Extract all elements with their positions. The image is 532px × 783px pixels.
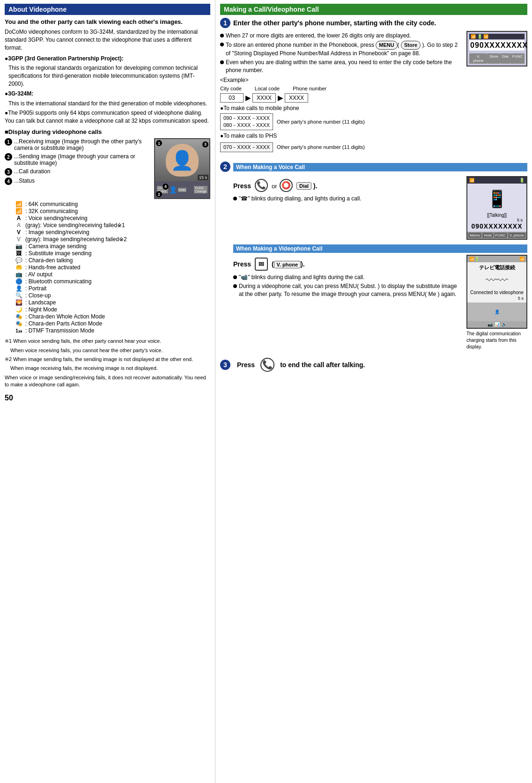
step1-phone-screen: 📶 🔋 📶 090XXXXXXXX V. phone Store Dial FU… <box>466 31 527 66</box>
status-landscape: 🌄: Landscape <box>14 299 210 306</box>
func-screen-btn: FUNC <box>510 53 525 64</box>
voice-bullet1: "☎" blinks during dialing, and lights du… <box>233 195 463 203</box>
status-64k: 📶: 64K communicating <box>14 201 210 207</box>
video-call-row: Press ✉ (V. phone). "📹" blinks during di… <box>233 255 527 352</box>
voice-screen-area: 📶 🔋 📱 [[Talking]] 5 s 090XXXXXXXX <box>466 176 527 240</box>
send-area: OUTSubst. 👤 Hold FUNCChange 2 4 <box>155 181 209 198</box>
circle-1: 1 <box>5 138 12 146</box>
city-code-label: City code <box>220 86 242 91</box>
voice-call-content: Press 📞 or ⭕ Dial ). "☎" blinks during d… <box>233 176 527 352</box>
step3-section: 3 Press 📞 to end the call after talking. <box>220 358 527 372</box>
video-screen-bottom: 📷 📊 🔊 <box>467 321 526 328</box>
label-area-top: 1 <box>156 140 162 146</box>
status-video-v: V: Image sending/receiving <box>14 229 210 236</box>
arrow1: ▶ <box>245 94 251 102</box>
example-table: City code Local code Phone number <box>220 86 463 91</box>
status-charaden: 💬: Chara-den talking <box>14 257 210 264</box>
voice-screen-content: 📱 [[Talking]] 5 s 090XXXXXXXX <box>467 184 526 232</box>
video-screen-area: 📶🔋 📶 テレビ電話接続 〰〰 Connected to videophone … <box>466 255 527 352</box>
step2-header-content: When Making a Voice Call <box>233 160 527 173</box>
status-portrait: 👤: Portrait <box>14 285 210 292</box>
voice-call-text: Press 📞 or ⭕ Dial ). "☎" blinks during d… <box>233 176 463 204</box>
store-btn: Store <box>401 41 421 50</box>
voice-screen-buttons: Memo Hold FUNC V. phone <box>467 232 526 239</box>
status-camera: 📷: Camera image sending <box>14 243 210 250</box>
talking-status: [[Talking]] <box>487 213 507 218</box>
func-area: FUNCChange <box>194 186 207 193</box>
display-item-4: 4 ...Status <box>5 177 150 185</box>
bullet1-body: This is the regional standards organizat… <box>8 64 210 88</box>
step1-num: 1 <box>220 18 230 28</box>
section1-body1: DoCoMo videophones conform to 3G-324M, s… <box>5 28 210 52</box>
step1-content: When 27 or more digits are entered, the … <box>220 31 527 155</box>
circle-4: 4 <box>5 177 12 185</box>
voice-bullet-dot <box>233 197 237 200</box>
city-code-val: 03 <box>220 93 244 103</box>
footnote2: ※2 When image sending fails, the sending… <box>5 356 210 363</box>
hold-btn: Hold <box>178 188 186 192</box>
status-night: 🌙: Night Mode <box>14 306 210 313</box>
talking-number: 090XXXXXXXX <box>471 222 522 230</box>
bullet3: ●The P905i supports only 64 kbps communi… <box>5 109 210 125</box>
arrow2: ▶ <box>278 94 283 102</box>
display-title: ■Display during videophone calls <box>5 128 210 136</box>
label-1: 1 <box>156 140 162 146</box>
footnote2b: When image receiving fails, the receivin… <box>10 365 210 372</box>
voice-bullet-text: "☎" blinks during dialing, and lights du… <box>239 195 362 203</box>
video-bullet2: During a videophone call, you can press … <box>233 282 463 298</box>
video-call-text: Press ✉ (V. phone). "📹" blinks during di… <box>233 255 463 352</box>
video-title-jp: テレビ電話接続 <box>469 264 525 271</box>
display-item-1: 1 ...Receiving image (Image through the … <box>5 138 150 151</box>
status-bluetooth: 🔵: Bluetooth communicating <box>14 278 210 285</box>
local-code-val: XXXX <box>252 93 276 103</box>
footnotes: ※1 When voice sending fails, the other p… <box>5 338 210 388</box>
receive-image: 👤 1 15 s 3 <box>155 139 209 181</box>
status-video-v-gray: V(gray): Image sending/receiving failed※… <box>14 236 210 243</box>
left-column: Voice/Videophone Calls About Videophone … <box>0 0 215 783</box>
display-section: 1 ...Receiving image (Image through the … <box>5 138 210 199</box>
right-column: Making a Call/Videophone Call 1 Enter th… <box>215 0 532 783</box>
footnote1: ※1 When voice sending fails, the other p… <box>5 338 210 345</box>
step3-num: 3 <box>220 360 230 370</box>
talking-phone-icon: 📱 <box>487 189 508 209</box>
to-phs-label: ●To make calls to PHS <box>220 132 463 140</box>
video-bullet1: "📹" blinks during dialing and lights dur… <box>233 273 463 281</box>
status-parts-action: 🎭: Chara-den Parts Action Mode <box>14 320 210 327</box>
display-item-3: 3 ...Call duration <box>5 168 150 176</box>
footnote3: When voice or image sending/receiving fa… <box>5 374 210 389</box>
phs-box: 070－XXXX－XXXX <box>220 142 273 152</box>
bullet2-dot <box>220 43 224 46</box>
end-call-key: 📞 <box>260 358 274 372</box>
dial-label: Dial <box>296 182 311 190</box>
step3-row: 3 Press 📞 to end the call after talking. <box>220 358 527 372</box>
store-screen-btn: Store <box>488 53 500 64</box>
video-press-formula: Press ✉ (V. phone). <box>233 258 463 271</box>
video-press-label: Press <box>233 260 251 268</box>
step2-section: 2 When Making a Voice Call Press 📞 or <box>220 160 527 352</box>
status-closeup: 🔍: Close-up <box>14 292 210 299</box>
video-bullet1-text: "📹" blinks during dialing and lights dur… <box>239 273 364 281</box>
step1-screenshot: 📶 🔋 📶 090XXXXXXXX V. phone Store Dial FU… <box>466 31 527 155</box>
step1-section: 1 Enter the other party's phone number, … <box>220 18 527 155</box>
status-voice-a: A: Voice sending/receiving <box>14 215 210 222</box>
func-btn2: FUNC <box>494 233 507 238</box>
vphone-btn2: V. phone <box>508 233 525 238</box>
step3-title-press: Press <box>237 361 255 369</box>
voice-call-title: When Making a Voice Call <box>233 163 527 171</box>
display-item-2: 2 ...Sending image (Image through your c… <box>5 153 150 166</box>
example-label: <Example> <box>220 76 463 84</box>
step1-bullet2: To store an entered phone number in the … <box>220 41 463 58</box>
phs-numbers: 070－XXXX－XXXX Other party's phone number… <box>220 141 463 154</box>
status-voice-a-gray: A(gray): Voice sending/receiving failed※… <box>14 222 210 229</box>
label-4: 4 <box>163 184 169 190</box>
video-bullet2-dot <box>233 284 237 288</box>
bullet1-dot <box>220 34 224 37</box>
section1-title: About Videophone <box>8 6 66 13</box>
mobile-note: Other party's phone number (11 digits) <box>277 119 365 125</box>
footnote1b: When voice receiving fails, you cannot h… <box>10 347 210 354</box>
bullet2-title: ●3G-324M: <box>5 90 210 98</box>
bullet3-dot <box>220 60 224 64</box>
screen-buttons: V. phone Store Dial FUNC <box>469 53 525 64</box>
vphone-label: V. phone <box>274 261 301 268</box>
mobile-numbers: 090－XXXX－XXXX 080－XXXX－XXXX Other party'… <box>220 113 463 130</box>
